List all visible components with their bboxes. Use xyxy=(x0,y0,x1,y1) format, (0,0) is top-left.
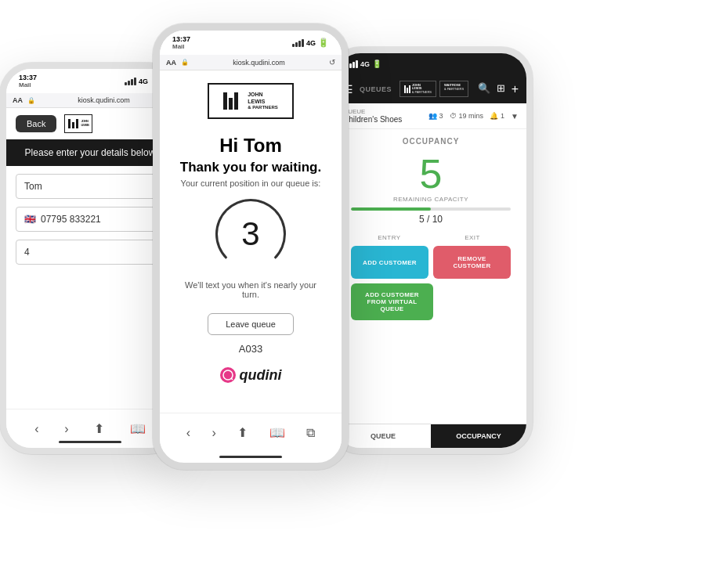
time-badge: ⏱ 19 mins xyxy=(450,112,484,120)
center-time: 13:37 xyxy=(172,35,190,43)
bell-icon: 🔔 xyxy=(490,112,498,120)
big-number: 5 xyxy=(343,153,519,194)
remaining-label: REMAINING CAPACITY xyxy=(343,196,519,203)
back-nav-icon[interactable]: ‹ xyxy=(34,422,38,436)
waitrose-logo-right: WAITROSE & PARTNERS xyxy=(439,81,468,97)
center-bookmarks-icon[interactable]: 📖 xyxy=(269,425,285,440)
left-signal: 4G xyxy=(139,78,148,85)
center-forward-nav-icon[interactable]: › xyxy=(212,426,216,440)
action-buttons-row2: ADD CUSTOMER FROM VIRTUAL QUEUE xyxy=(343,283,519,320)
center-phone: 13:37 Mail 4G 🔋 AA 🔒 kiosk.qudini.com ↺ xyxy=(153,23,349,470)
back-button[interactable]: Back xyxy=(16,115,56,132)
please-enter-banner: Please enter your details below xyxy=(6,139,174,166)
header-icons: 🔍 ⊞ + xyxy=(478,82,519,96)
jl-logo-center: JOHN LEWIS & PARTNERS xyxy=(208,83,294,119)
left-status-bar: 13:37 Mail 4G 🔋 xyxy=(6,69,174,93)
exit-label: EXIT xyxy=(434,234,511,241)
right-bottom-tabs: QUEUE OCCUPANCY xyxy=(335,424,526,448)
right-logos: JOHNLEWIS& PARTNERS WAITROSE & PARTNERS xyxy=(400,81,468,97)
left-lock-icon: 🔒 xyxy=(27,97,35,104)
occupancy-section: OCCUPANCY 5 REMAINING CAPACITY 5 / 10 EN… xyxy=(335,129,526,333)
left-mail: Mail xyxy=(19,81,37,88)
center-refresh-icon[interactable]: ↺ xyxy=(329,58,335,67)
tab-queue[interactable]: QUEUE xyxy=(335,424,431,448)
center-lock-icon: 🔒 xyxy=(181,59,189,66)
center-mail: Mail xyxy=(172,43,190,50)
capacity-progress-fill xyxy=(351,207,431,211)
thank-you-text: Thank you for waiting. xyxy=(180,160,321,175)
qudini-logo: qudini xyxy=(220,367,282,384)
center-browser-bar: AA 🔒 kiosk.qudini.com ↺ xyxy=(160,55,342,70)
queue-number: 3 xyxy=(241,215,259,253)
capacity-ratio: 5 / 10 xyxy=(343,214,519,225)
center-home-indicator xyxy=(219,456,282,458)
entry-exit-labels: ENTRY EXIT xyxy=(343,234,519,241)
add-icon[interactable]: + xyxy=(512,82,519,96)
qudini-brand-name: qudini xyxy=(240,367,282,384)
phone-field[interactable]: 🇬🇧 07795 833221 xyxy=(16,207,164,232)
right-signal: 4G xyxy=(360,60,370,68)
add-virtual-queue-button[interactable]: ADD CUSTOMER FROM VIRTUAL QUEUE xyxy=(351,283,433,320)
center-bottom-toolbar: ‹ › ⬆ 📖 ⧉ xyxy=(160,413,342,452)
capacity-progress-bar xyxy=(351,207,511,211)
search-icon[interactable]: 🔍 xyxy=(478,82,490,96)
left-home-indicator xyxy=(59,441,121,443)
share-icon[interactable]: ⬆ xyxy=(94,421,104,436)
center-url: kiosk.qudini.com xyxy=(193,59,324,67)
occupancy-title: OCCUPANCY xyxy=(343,137,519,146)
tab-occupancy[interactable]: OCCUPANCY xyxy=(431,424,526,448)
center-back-nav-icon[interactable]: ‹ xyxy=(186,426,190,440)
forward-nav-icon[interactable]: › xyxy=(64,422,68,436)
center-tabs-icon[interactable]: ⧉ xyxy=(306,426,315,440)
ticket-code: A033 xyxy=(239,343,262,355)
greeting-text: Hi Tom xyxy=(219,135,282,157)
queue-position-label: Your current position in our queue is: xyxy=(181,179,321,188)
left-browser-bar: AA 🔒 kiosk.qudini.com xyxy=(6,93,174,108)
add-customer-button[interactable]: ADD CUSTOMER xyxy=(351,246,428,279)
jl-logo-text1: JOHN xyxy=(248,91,278,98)
jl-logo-text3: & PARTNERS xyxy=(248,105,278,111)
left-header: Back JOHN LEWIS xyxy=(6,108,174,139)
center-content: Hi Tom Thank you for waiting. Your curre… xyxy=(160,128,342,391)
entry-label: ENTRY xyxy=(351,234,428,241)
right-phone: 4G 🔋 ☰ QUEUES JOHNLEWIS& PARTNERS xyxy=(329,47,533,454)
left-aa: AA xyxy=(13,96,23,104)
party-size-field[interactable]: 4 xyxy=(16,240,164,265)
center-share-icon[interactable]: ⬆ xyxy=(237,425,248,440)
right-status-bar: 4G 🔋 xyxy=(335,53,526,74)
left-time: 13:37 xyxy=(19,74,37,81)
uk-flag-icon: 🇬🇧 xyxy=(24,214,36,225)
action-buttons-row1: ADD CUSTOMER REMOVE CUSTOMER xyxy=(343,246,519,279)
queues-label: QUEUES xyxy=(360,85,392,93)
svg-line-1 xyxy=(231,378,233,380)
qudini-icon xyxy=(220,367,236,383)
queue-name: Children's Shoes xyxy=(343,115,402,124)
bookmarks-icon[interactable]: 📖 xyxy=(130,421,146,436)
center-aa: AA xyxy=(166,59,176,67)
queue-label: QUEUE xyxy=(343,108,402,115)
filter-icon[interactable]: ⊞ xyxy=(497,82,505,96)
right-sub-header: QUEUE Children's Shoes 👥 3 ⏱ 19 mins 🔔 1… xyxy=(335,103,526,129)
alert-badge: 🔔 1 xyxy=(490,112,504,120)
clock-icon: ⏱ xyxy=(450,112,457,120)
phone-number: 07795 833221 xyxy=(41,214,101,225)
center-status-bar: 13:37 Mail 4G 🔋 xyxy=(160,31,342,55)
remove-customer-button[interactable]: REMOVE CUSTOMER xyxy=(433,246,511,279)
center-battery-icon: 🔋 xyxy=(318,38,329,48)
right-battery-icon: 🔋 xyxy=(372,60,381,68)
chevron-down-icon[interactable]: ▼ xyxy=(511,112,519,121)
queue-circle: 3 xyxy=(215,199,286,269)
jl-logo-text2: LEWIS xyxy=(248,98,278,105)
name-field[interactable]: Tom xyxy=(16,174,164,199)
center-signal: 4G xyxy=(306,39,316,47)
jl-logo-right: JOHNLEWIS& PARTNERS xyxy=(400,81,436,97)
sms-text: We'll text you when it's nearly your tur… xyxy=(179,280,323,299)
leave-queue-button[interactable]: Leave queue xyxy=(208,313,294,335)
customer-count-badge: 👥 3 xyxy=(428,112,443,120)
jl-logo-small: JOHN LEWIS xyxy=(64,114,92,133)
right-header: ☰ QUEUES JOHNLEWIS& PARTNERS WAI xyxy=(335,74,526,103)
people-icon: 👥 xyxy=(428,112,437,120)
left-url: kiosk.qudini.com xyxy=(40,96,168,104)
